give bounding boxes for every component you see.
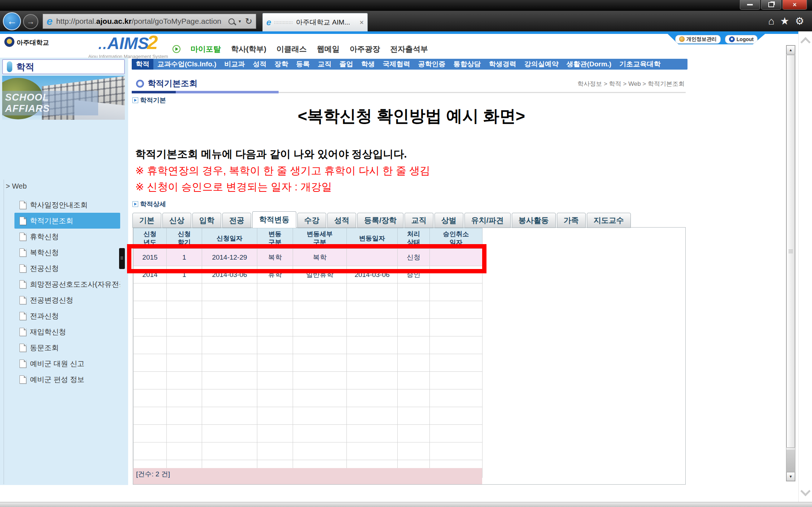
tab[interactable]: 유치/파견	[464, 213, 511, 228]
privacy-settings-button[interactable]: 개인정보관리	[675, 35, 721, 44]
scrollbar-thumb[interactable]	[786, 55, 795, 448]
table-row-empty	[134, 301, 483, 319]
scroll-down-icon: ▼	[789, 475, 793, 479]
section-icon	[132, 97, 138, 103]
tab[interactable]: 가족	[557, 213, 586, 228]
table-row-empty	[134, 372, 483, 389]
search-icon[interactable]	[228, 18, 235, 25]
sidebar-item-label: 복학신청	[30, 248, 59, 257]
minimize-button[interactable]	[740, 0, 760, 10]
tab[interactable]: 봉사활동	[512, 213, 556, 228]
tab-close-icon[interactable]: ×	[359, 18, 364, 27]
document-icon	[19, 248, 26, 257]
title-underline-light	[279, 92, 686, 93]
sidebar-item-label: 예비군 대원 신고	[30, 359, 84, 369]
tab[interactable]: 입학	[192, 213, 221, 228]
url-dropdown-icon[interactable]: ▼	[238, 19, 242, 23]
sidebar-category-title: 학적	[16, 61, 34, 73]
sidebar-item[interactable]: 전공변경신청	[14, 292, 120, 308]
menubar-item[interactable]: 생활관(Dorm.)	[563, 59, 616, 70]
menubar-item[interactable]: 학적	[132, 59, 153, 70]
menubar-item[interactable]: 장학	[271, 59, 292, 70]
address-bar-tools: ▼ ↻	[228, 17, 252, 26]
settings-gear-icon[interactable]: ⚙	[795, 16, 804, 27]
sidebar-item[interactable]: 복학신청	[14, 244, 120, 260]
menubar-item[interactable]: 국제협력	[379, 59, 414, 70]
menubar-item[interactable]: 교과수업(Cls.Info.)	[153, 59, 221, 70]
chevron-down-icon[interactable]	[800, 486, 811, 496]
document-icon	[19, 233, 26, 241]
chevron-up-icon[interactable]	[800, 37, 811, 47]
menubar-item[interactable]: 졸업	[336, 59, 357, 70]
minimize-icon	[747, 4, 753, 5]
back-button[interactable]: ←	[3, 12, 21, 30]
sidebar-item[interactable]: 학사일정안내조회	[14, 197, 120, 213]
menubar-item[interactable]: 기초교육대학	[615, 59, 664, 70]
menubar-item[interactable]: 학생경력	[485, 59, 520, 70]
university-name: 아주대학교	[17, 38, 49, 47]
tab[interactable]: 상벌	[435, 213, 463, 228]
restore-button[interactable]	[761, 0, 781, 10]
menubar-item[interactable]: 성적	[249, 59, 271, 70]
logout-button[interactable]: Logout	[725, 35, 758, 44]
category-pill-icon	[7, 61, 12, 72]
menubar-item[interactable]: 등록	[292, 59, 314, 70]
tab[interactable]: 교직	[405, 213, 433, 228]
page-title: 학적기본조회	[148, 78, 197, 89]
sidebar-item[interactable]: 휴학신청	[14, 229, 120, 244]
portal-nav-item[interactable]: 웹메일	[317, 44, 340, 54]
aims-logo: ..AIMS2 Ajou Information Management Syst…	[81, 34, 175, 59]
sidebar-item[interactable]: 전과신청	[14, 308, 120, 324]
favorites-star-icon[interactable]: ★	[780, 16, 789, 27]
refresh-icon[interactable]: ↻	[245, 17, 252, 26]
sidebar-item[interactable]: 예비군 편성 정보	[14, 371, 120, 387]
portal-nav-item[interactable]: 마이포탈	[191, 44, 221, 54]
menubar-item[interactable]: 통합상담	[450, 59, 485, 70]
menubar-item[interactable]: 강의실예약	[520, 59, 563, 70]
tab[interactable]: 지도교수	[587, 213, 631, 228]
close-button[interactable]: ×	[782, 0, 807, 10]
portal-nav-item[interactable]: 아주광장	[350, 44, 380, 54]
url-text: http://portal.ajou.ac.kr/portal/goToMyPa…	[56, 17, 228, 26]
tab[interactable]: 학적변동	[252, 211, 296, 228]
sidebar-item[interactable]: 예비군 대원 신고	[14, 356, 120, 371]
menubar-item[interactable]: 학생	[357, 59, 379, 70]
tab[interactable]: 수강	[297, 213, 326, 228]
document-icon	[19, 296, 26, 304]
tab[interactable]: 전공	[222, 213, 251, 228]
portal-nav-item[interactable]: 이클래스	[276, 44, 307, 54]
tab[interactable]: 신상	[162, 213, 191, 228]
document-icon	[19, 264, 26, 273]
portal-nav-item[interactable]: 학사(학부)	[231, 44, 266, 54]
scrollbar-grip-icon	[789, 250, 793, 253]
browser-tab[interactable]: e ::::::::::::: 아주대학교 AIM... ×	[262, 13, 368, 31]
scroll-down-button[interactable]: ▼	[786, 472, 795, 481]
tab[interactable]: 등록/장학	[357, 213, 403, 228]
sidebar-category-box: 학적	[2, 59, 125, 74]
tree-root-web[interactable]: > Web	[6, 182, 27, 190]
warning-note-2: ※ 신청이 승인으로 변경되는 일자 : 개강일	[135, 180, 332, 194]
table-row-empty	[134, 354, 483, 372]
tab-title-dots: :::::::::::::	[274, 20, 293, 25]
menubar-item[interactable]: 비교과	[221, 59, 249, 70]
ie-logo-icon: e	[47, 16, 53, 27]
sidebar-item[interactable]: 전공신청	[14, 260, 120, 276]
forward-button[interactable]: →	[23, 14, 38, 29]
sidebar-item[interactable]: 학적기본조회	[14, 213, 120, 229]
table-row-empty	[134, 319, 483, 336]
menubar-item[interactable]: 공학인증	[414, 59, 450, 70]
home-icon[interactable]: ⌂	[768, 16, 774, 27]
address-bar[interactable]: e http://portal.ajou.ac.kr/portal/goToMy…	[43, 14, 256, 29]
scroll-up-button[interactable]: ▲	[786, 45, 795, 54]
portal-nav-item[interactable]: 전자출석부	[390, 44, 428, 54]
tab[interactable]: 성적	[327, 213, 356, 228]
sidebar-item[interactable]: 재입학신청	[14, 324, 120, 340]
sidebar-collapse-handle[interactable]	[119, 248, 125, 269]
menubar-item[interactable]: 교직	[314, 59, 336, 70]
right-gutter	[798, 31, 812, 502]
title-underline-dark	[132, 91, 176, 93]
sidebar-item[interactable]: 희망전공선호도조사(자유전공	[14, 276, 120, 292]
content-scrollbar[interactable]: ▲ ▼	[786, 45, 795, 481]
sidebar-item[interactable]: 동문조회	[14, 340, 120, 356]
tab[interactable]: 기본	[132, 213, 161, 228]
